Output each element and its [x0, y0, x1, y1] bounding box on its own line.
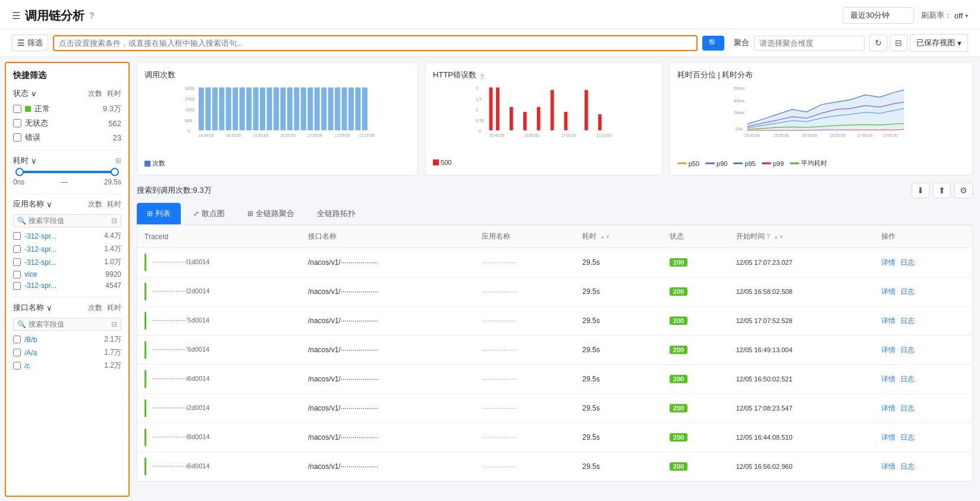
http-errors-help-icon[interactable]: ?	[480, 73, 484, 82]
duration-slider[interactable]: 0ns — 29.5s	[13, 171, 121, 186]
slider-min: 0ns	[13, 178, 24, 186]
tab-list[interactable]: ⊞ 列表	[137, 203, 181, 224]
log-link-1[interactable]: 日志	[900, 287, 915, 297]
duration-filter-icon[interactable]: ⊞	[115, 156, 121, 165]
app-count-1: 1.4万	[104, 244, 121, 254]
app-filter-icon[interactable]: ⊟	[111, 217, 117, 225]
legend-count-dot	[145, 161, 150, 167]
status-normal-checkbox[interactable]	[13, 105, 21, 113]
app-search-input[interactable]	[29, 217, 109, 225]
detail-link-0[interactable]: 详情	[881, 258, 896, 268]
action-links-4: 详情 日志	[881, 374, 965, 384]
api-path-7: /nacos/v1/···················	[308, 462, 378, 471]
status-unknown-checkbox[interactable]	[13, 119, 21, 127]
app-name-cell-7: ···················	[482, 463, 516, 470]
log-link-0[interactable]: 日志	[900, 258, 915, 268]
svg-text:3200: 3200	[185, 86, 194, 91]
help-icon[interactable]: ?	[89, 11, 95, 20]
col-time[interactable]: 开始时间 ? ▲▼	[729, 226, 875, 248]
app-checkbox-2[interactable]	[13, 258, 21, 266]
svg-text:60ms: 60ms	[734, 86, 745, 91]
status-error-checkbox[interactable]	[13, 133, 21, 142]
right-content: 调用次数 3200 2400 1600 800 0	[130, 57, 980, 501]
duration-sort-icon[interactable]: ▲▼	[600, 234, 611, 240]
table-row: ···················l1d0014 /nacos/v1/···…	[137, 248, 972, 277]
saved-view-button[interactable]: 已保存视图 ▾	[910, 34, 968, 52]
svg-text:17:10:00: 17:10:00	[596, 133, 612, 137]
app-label: 应用名称	[13, 199, 44, 209]
slider-thumb-left[interactable]	[15, 168, 24, 176]
save-icon-button[interactable]: ⊟	[890, 35, 907, 51]
time-5: 12/05 17:08:23.547	[736, 405, 793, 412]
detail-link-7[interactable]: 详情	[881, 462, 896, 472]
duration-section-title[interactable]: 耗时 ∨	[13, 155, 37, 166]
svg-text:16:40:00: 16:40:00	[489, 133, 505, 137]
status-section-title[interactable]: 状态 ∨	[13, 88, 37, 99]
share-button[interactable]: ⬆	[933, 183, 951, 198]
tab-full-agg-label: 全链路聚合	[256, 208, 294, 219]
search-button[interactable]: 🔍	[702, 36, 724, 51]
traceid-text-3: ···················'6d0014	[152, 346, 209, 353]
trace-bar-7	[145, 458, 146, 475]
cell-traceid-0: ···················l1d0014	[137, 248, 301, 277]
app-item-1: -312-spr... 1.4万	[13, 244, 121, 254]
col-time-help-icon[interactable]: ?	[767, 233, 770, 240]
svg-rect-25	[335, 87, 340, 130]
search-icon: 🔍	[708, 39, 718, 48]
cell-app-4: ···················	[475, 365, 575, 394]
time-sort-icon[interactable]: ▲▼	[774, 234, 784, 240]
endpoint-search-input[interactable]	[29, 320, 109, 328]
agg-select[interactable]	[754, 36, 865, 51]
cell-duration-1: 29.5s	[575, 277, 662, 306]
cell-duration-5: 29.5s	[575, 394, 662, 423]
endpoint-filter-icon[interactable]: ⊟	[111, 320, 117, 328]
detail-link-4[interactable]: 详情	[881, 374, 896, 384]
app-checkbox-0[interactable]	[13, 232, 21, 240]
app-checkbox-1[interactable]	[13, 245, 21, 253]
cell-duration-0: 29.5s	[575, 248, 662, 277]
endpoint-section-title[interactable]: 接口名称 ∨	[13, 302, 52, 313]
tabs-row: ⊞ 列表 ⤢ 散点图 ⊞ 全链路聚合 全链路拓扑	[137, 203, 973, 225]
filter-button[interactable]: ☰ 筛选	[12, 35, 48, 51]
log-link-7[interactable]: 日志	[900, 462, 915, 472]
search-input[interactable]	[59, 39, 692, 48]
app-count-4: 4547	[105, 281, 121, 290]
tab-topo[interactable]: 全链路拓扑	[307, 203, 366, 224]
time-selector[interactable]: 最近30分钟	[843, 7, 914, 24]
slider-thumb-right[interactable]	[111, 168, 119, 176]
log-link-5[interactable]: 日志	[900, 403, 915, 414]
log-link-4[interactable]: 日志	[900, 374, 915, 384]
refresh-icon-button[interactable]: ↻	[869, 35, 887, 51]
detail-link-1[interactable]: 详情	[881, 287, 896, 297]
svg-text:16:55:00: 16:55:00	[830, 133, 846, 137]
detail-link-5[interactable]: 详情	[881, 403, 896, 414]
slider-track	[15, 171, 119, 173]
app-checkbox-4[interactable]	[13, 282, 21, 290]
log-link-3[interactable]: 日志	[900, 345, 915, 355]
traceid-text-5: ···················i2d0014	[152, 404, 209, 411]
log-link-2[interactable]: 日志	[900, 316, 915, 326]
detail-link-6[interactable]: 详情	[881, 433, 896, 443]
endpoint-checkbox-1[interactable]	[13, 349, 21, 356]
endpoint-checkbox-0[interactable]	[13, 336, 21, 343]
table-row: ···················l8d0014 /nacos/v1/···…	[137, 423, 972, 452]
settings-button[interactable]: ⚙	[954, 183, 973, 198]
download-button[interactable]: ⬇	[912, 183, 929, 198]
log-link-6[interactable]: 日志	[900, 433, 915, 443]
col-duration[interactable]: 耗时 ▲▼	[575, 226, 662, 248]
tab-full-agg[interactable]: ⊞ 全链路聚合	[237, 203, 304, 224]
menu-icon[interactable]: ☰	[12, 10, 20, 21]
tab-scatter[interactable]: ⤢ 散点图	[183, 203, 235, 224]
app-checkbox-3[interactable]	[13, 271, 21, 278]
app-section-title[interactable]: 应用名称 ∨	[13, 199, 52, 209]
app-name-1: -312-spr...	[24, 245, 100, 253]
status-error-label: 错误	[25, 132, 40, 143]
duration-dropdown-icon: ∨	[31, 156, 37, 165]
refresh-dropdown-icon[interactable]: ▾	[965, 12, 968, 19]
status-label: 状态	[13, 88, 29, 99]
svg-rect-13	[253, 87, 259, 130]
endpoint-checkbox-2[interactable]	[13, 362, 21, 370]
svg-rect-12	[246, 87, 252, 130]
detail-link-2[interactable]: 详情	[881, 316, 896, 326]
detail-link-3[interactable]: 详情	[881, 345, 896, 355]
